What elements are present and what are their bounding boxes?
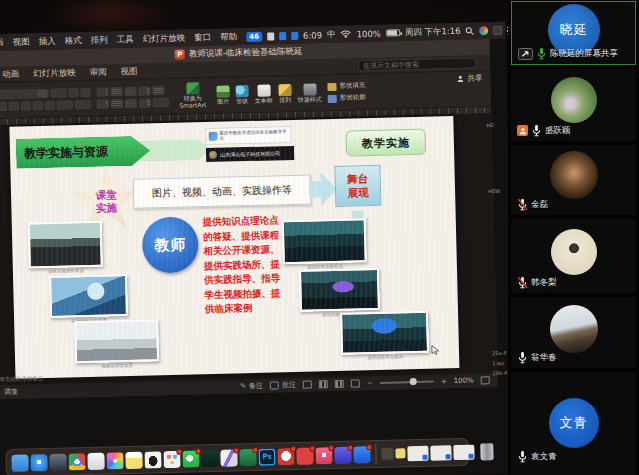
dock-icon-qq[interactable] bbox=[144, 451, 161, 468]
fit-to-window-button[interactable] bbox=[481, 376, 490, 384]
input-method-icon[interactable]: 中 bbox=[327, 28, 336, 40]
status-block-icon[interactable] bbox=[267, 32, 274, 40]
zoom-slider-knob[interactable] bbox=[409, 378, 416, 385]
dock-icon-xiaohongshu[interactable] bbox=[296, 447, 313, 464]
smartart-button[interactable]: 转换为 SmartArt bbox=[174, 82, 211, 110]
menu-item-edit-partial[interactable]: 辑 bbox=[0, 36, 4, 48]
dock-icon-meeting[interactable] bbox=[353, 446, 370, 463]
text-direction-button[interactable] bbox=[139, 98, 151, 107]
zoom-out-button[interactable]: − bbox=[367, 379, 373, 387]
font-color-button[interactable] bbox=[75, 100, 91, 109]
underline-button[interactable] bbox=[21, 101, 31, 110]
zoom-in-button[interactable]: + bbox=[441, 377, 447, 385]
dock-icon-photos[interactable] bbox=[106, 452, 123, 469]
highlight-color-button[interactable] bbox=[57, 100, 73, 109]
comments-toggle[interactable]: 批注 bbox=[270, 380, 296, 391]
shrink-font-button[interactable] bbox=[80, 88, 90, 97]
recording-timer[interactable]: 6:09 bbox=[303, 30, 322, 40]
minimized-presentation-window[interactable] bbox=[430, 445, 451, 461]
desktop-file-label[interactable]: 25a-4 bbox=[492, 350, 507, 356]
notes-hint[interactable]: 单击此处添加备注 bbox=[0, 375, 44, 383]
menu-item-format[interactable]: 格式 bbox=[65, 35, 82, 47]
dock-icon-safari[interactable] bbox=[30, 454, 47, 471]
desktop-file-label[interactable]: 1.wp bbox=[492, 360, 504, 366]
minimized-presentation-window[interactable] bbox=[453, 444, 474, 460]
menu-item-window[interactable]: 窗口 bbox=[194, 31, 211, 43]
participant-tile-handongli[interactable]: 韩冬梨 bbox=[511, 219, 636, 293]
status-block-icon[interactable] bbox=[291, 31, 298, 39]
zoom-level[interactable]: 100% bbox=[454, 377, 474, 385]
align-center-button[interactable] bbox=[138, 86, 150, 95]
dock-icon-screenshot[interactable] bbox=[277, 448, 294, 465]
slide-canvas[interactable]: 教学实施与资源 重庆华教医学虚拟仿真实验教学平台 山东泽众电子科技有限公司 教学… bbox=[9, 116, 459, 379]
participant-tile-chenxiaoyan[interactable]: 晓延 陈晓延的屏幕共享 bbox=[511, 1, 636, 65]
menu-item-insert[interactable]: 插入 bbox=[39, 35, 56, 47]
share-button[interactable]: 共享 bbox=[456, 73, 482, 84]
wifi-icon[interactable] bbox=[340, 29, 351, 38]
dock-icon-wechat[interactable] bbox=[182, 450, 199, 467]
italic-button[interactable] bbox=[9, 102, 19, 111]
align-objects-button[interactable] bbox=[153, 98, 169, 107]
dock-icon-activity-monitor[interactable] bbox=[201, 449, 218, 466]
dock-icon-finder[interactable] bbox=[11, 454, 28, 471]
normal-view-button[interactable] bbox=[303, 381, 312, 389]
dock-icon-prism[interactable] bbox=[220, 449, 237, 466]
minimized-sticky-note[interactable] bbox=[395, 448, 405, 458]
trash-icon[interactable] bbox=[480, 443, 493, 460]
quick-styles-button[interactable]: 快速样式 bbox=[297, 83, 321, 103]
zoom-slider[interactable] bbox=[380, 381, 434, 384]
columns-button[interactable] bbox=[125, 99, 137, 108]
bullets-button[interactable] bbox=[96, 87, 108, 96]
notes-toggle[interactable]: ✎ 备注 bbox=[240, 381, 263, 392]
desktop-file-label[interactable]: 20b-4 bbox=[492, 370, 507, 376]
dock-icon-app-store[interactable] bbox=[163, 450, 180, 467]
participant-tile-jinlei[interactable]: 金磊 bbox=[511, 145, 636, 215]
tab-view[interactable]: 视图 bbox=[120, 65, 137, 77]
slide-sorter-view-button[interactable] bbox=[319, 380, 328, 388]
tab-review[interactable]: 审阅 bbox=[89, 66, 106, 78]
shape-fill-button[interactable]: 形状填充 bbox=[327, 81, 365, 91]
align-right-button[interactable] bbox=[152, 86, 164, 95]
status-block-icon[interactable] bbox=[279, 32, 286, 40]
dock-icon-office-app[interactable] bbox=[334, 446, 351, 463]
bold-button[interactable] bbox=[0, 102, 7, 111]
participant-tile-wenghuachun[interactable]: 翁华春 bbox=[511, 297, 636, 368]
font-size-dropdown[interactable] bbox=[50, 88, 66, 97]
align-left-button[interactable] bbox=[124, 87, 136, 96]
minimized-window[interactable] bbox=[381, 448, 393, 460]
desktop-file-label[interactable]: HD bbox=[486, 122, 494, 128]
dock-icon-notes[interactable] bbox=[125, 451, 142, 468]
menu-item-tools[interactable]: 工具 bbox=[117, 33, 134, 45]
insert-shape-button[interactable]: 形状 bbox=[235, 85, 248, 105]
dock-icon-chrome[interactable] bbox=[68, 453, 85, 470]
menu-item-view[interactable]: 视图 bbox=[13, 36, 30, 48]
presentation-search-input[interactable] bbox=[358, 57, 476, 71]
insert-textbox-button[interactable]: 文本框 bbox=[254, 84, 272, 104]
numbering-button[interactable] bbox=[110, 87, 122, 96]
search-icon[interactable] bbox=[466, 26, 475, 35]
dock-icon-photoshop[interactable]: Ps bbox=[258, 448, 275, 465]
participant-tile-shengyueying[interactable]: 盛跃颖 bbox=[511, 69, 636, 141]
indent-button[interactable] bbox=[97, 99, 109, 108]
menu-item-arrange[interactable]: 排列 bbox=[91, 34, 108, 46]
dock-icon-preview[interactable] bbox=[87, 452, 104, 469]
tab-slideshow[interactable]: 幻灯片放映 bbox=[33, 67, 76, 80]
line-spacing-button[interactable] bbox=[111, 99, 123, 108]
reading-view-button[interactable] bbox=[335, 380, 344, 388]
dock-icon-browser[interactable] bbox=[49, 453, 66, 470]
desktop-file-label[interactable]: HEW bbox=[488, 188, 500, 194]
tab-animations[interactable]: 动画 bbox=[2, 68, 19, 80]
notification-badge[interactable]: 46 bbox=[246, 31, 262, 41]
grow-font-button[interactable] bbox=[68, 88, 78, 97]
dock-icon-video-app[interactable] bbox=[315, 447, 332, 464]
strikethrough-button[interactable] bbox=[33, 101, 43, 110]
arrange-button[interactable]: 排列 bbox=[278, 84, 291, 104]
menu-item-help[interactable]: 帮助 bbox=[220, 31, 237, 43]
font-name-dropdown[interactable] bbox=[0, 89, 49, 99]
shape-outline-button[interactable]: 形状轮廓 bbox=[328, 93, 366, 103]
participant-tile-yuanwenqing[interactable]: 文青 袁文青 bbox=[511, 372, 636, 475]
menu-item-slideshow[interactable]: 幻灯片放映 bbox=[143, 32, 186, 45]
superscript-button[interactable] bbox=[45, 101, 55, 110]
slideshow-view-button[interactable] bbox=[351, 379, 360, 387]
menubar-datetime[interactable]: 周四 下午1:16 bbox=[405, 25, 461, 38]
